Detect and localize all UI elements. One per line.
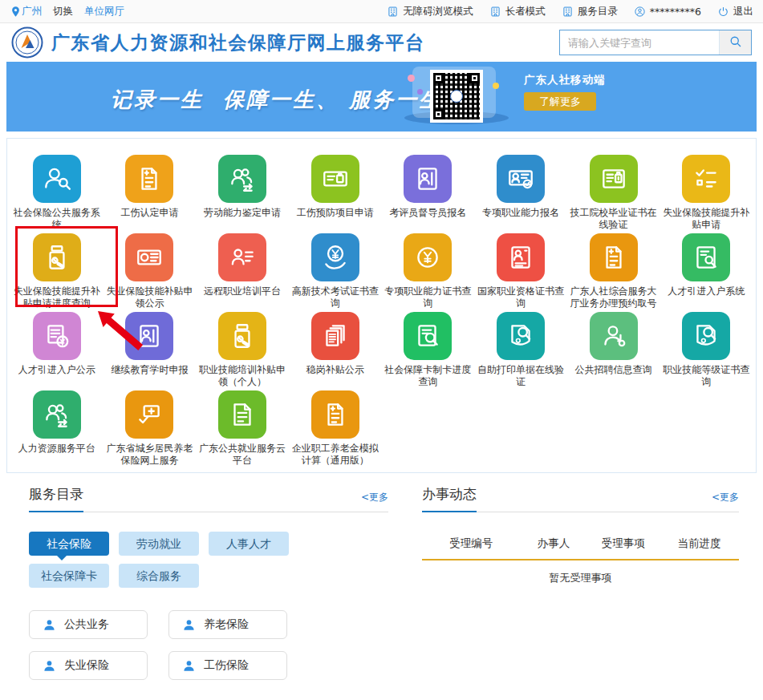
service-item[interactable]: 人才引进入户系统 bbox=[660, 233, 753, 312]
catalog-service-button-label: 公共业务 bbox=[64, 617, 109, 632]
service-item[interactable]: 广东公共就业服务云平台 bbox=[196, 390, 289, 469]
banner-slogan: 记录一生 保障一生、 服务一生 bbox=[111, 86, 442, 114]
service-item[interactable]: 专项职业能力报名 bbox=[474, 155, 567, 233]
catalog-tab[interactable]: 劳动就业 bbox=[119, 532, 199, 556]
location-pin-icon bbox=[10, 6, 22, 18]
doc-search-at-icon bbox=[682, 312, 730, 360]
search-icon bbox=[729, 34, 743, 51]
service-item[interactable]: 工伤认定申请 bbox=[103, 155, 197, 233]
location-label[interactable]: 广州 bbox=[22, 5, 42, 18]
building-grid-icon bbox=[489, 6, 501, 18]
search-input[interactable] bbox=[560, 30, 719, 55]
service-item-label: 考评员督导员报名 bbox=[387, 207, 469, 219]
logout-link[interactable]: 退出 bbox=[717, 5, 753, 18]
person-magnifier-icon bbox=[33, 155, 81, 203]
elder-mode-link[interactable]: 长者模式 bbox=[489, 5, 546, 18]
switch-location-link[interactable]: 切换 bbox=[53, 5, 73, 18]
service-item-label: 失业保险技能提升补贴申请进度查询 bbox=[10, 285, 103, 310]
document-plus-icon bbox=[590, 233, 638, 281]
catalog-tab[interactable]: 人事人才 bbox=[209, 532, 289, 556]
service-item[interactable]: 专项职业能力证书查询 bbox=[382, 233, 475, 312]
service-item[interactable]: 职业技能培训补贴申领（个人） bbox=[196, 312, 289, 390]
catalog-service-button-label: 失业保险 bbox=[64, 658, 109, 673]
service-item[interactable]: 人才引进入户公示 bbox=[10, 312, 103, 390]
service-item-label: 远程职业培训平台 bbox=[201, 285, 283, 297]
service-item-label: 社会保险公共服务系统 bbox=[10, 207, 103, 231]
catalog-tab[interactable]: 社会保障卡 bbox=[29, 564, 109, 588]
service-directory-label: 服务目录 bbox=[578, 5, 618, 18]
service-item-label: 失业保险技能补贴申领公示 bbox=[103, 285, 197, 310]
service-item-label: 人力资源服务平台 bbox=[16, 443, 98, 455]
banner-decor-dot bbox=[493, 83, 499, 89]
catalog-more-link[interactable]: <更多 bbox=[361, 491, 388, 512]
service-item-label: 高新技术考试证书查询 bbox=[289, 285, 382, 310]
masked-username: *********6 bbox=[650, 6, 701, 18]
service-item-label: 稳岗补贴公示 bbox=[304, 364, 367, 376]
progress-column-header: 受理事项 bbox=[586, 536, 660, 551]
mobile-platform-label: 广东人社移动端 bbox=[524, 73, 606, 87]
service-item[interactable]: 工伤预防项目申请 bbox=[289, 155, 382, 233]
service-item[interactable]: 远程职业培训平台 bbox=[196, 233, 289, 312]
service-item[interactable]: 技工院校毕业证书在线验证 bbox=[567, 155, 660, 233]
service-item[interactable]: 广东省城乡居民养老保险网上服务 bbox=[103, 390, 197, 469]
progress-column-header: 受理编号 bbox=[422, 536, 520, 551]
checklist-icon bbox=[682, 155, 730, 203]
user-circle-icon bbox=[634, 6, 646, 18]
service-item-label: 人才引进入户系统 bbox=[665, 285, 747, 297]
progress-more-link[interactable]: <更多 bbox=[712, 491, 739, 512]
catalog-service-button[interactable]: 公共业务 bbox=[29, 610, 148, 639]
unit-hall-link[interactable]: 单位网厅 bbox=[84, 5, 124, 18]
progress-title: 办事动态 bbox=[422, 485, 477, 512]
service-item[interactable]: 稳岗补贴公示 bbox=[289, 312, 382, 390]
service-item[interactable]: 考评员督导员报名 bbox=[382, 155, 475, 233]
catalog-tabs: 社会保险劳动就业人事人才社会保障卡综合服务 bbox=[29, 532, 311, 588]
service-item[interactable]: 高新技术考试证书查询 bbox=[289, 233, 382, 312]
learn-more-button[interactable]: 了解更多 bbox=[524, 92, 596, 111]
banner-decor-dot bbox=[408, 75, 415, 82]
service-item-label: 国家职业资格证书查询 bbox=[474, 285, 567, 310]
service-item-label: 自助打印单据在线验证 bbox=[474, 364, 567, 388]
service-item[interactable]: 职业技能等级证书查询 bbox=[660, 312, 753, 390]
service-item-label: 失业保险技能提升补贴申请 bbox=[660, 207, 753, 231]
service-item[interactable]: 企业职工养老金模拟计算（通用版） bbox=[289, 390, 382, 469]
catalog-service-button[interactable]: 工伤保险 bbox=[168, 651, 287, 680]
service-catalog-title: 服务目录 bbox=[29, 485, 83, 512]
service-item-label: 广东公共就业服务云平台 bbox=[196, 443, 289, 467]
catalog-service-button-label: 养老保险 bbox=[204, 617, 249, 632]
doc-search-at-icon bbox=[497, 312, 545, 360]
catalog-service-button[interactable]: 养老保险 bbox=[168, 610, 287, 639]
service-item[interactable]: 自助打印单据在线验证 bbox=[474, 312, 567, 390]
logout-label: 退出 bbox=[733, 5, 753, 18]
promo-banner: 记录一生 保障一生、 服务一生 广东人社移动端 了解更多 bbox=[6, 62, 757, 132]
service-item[interactable]: 失业保险技能提升补贴申请 bbox=[660, 155, 753, 233]
keyword-search bbox=[559, 30, 752, 55]
document-icon bbox=[218, 390, 266, 439]
service-item[interactable]: 失业保险技能补贴申领公示 bbox=[103, 233, 197, 312]
mobile-app-qr-code bbox=[430, 70, 483, 123]
service-item[interactable]: 公共招聘信息查询 bbox=[567, 312, 660, 390]
service-item-label: 广东省城乡居民养老保险网上服务 bbox=[103, 443, 197, 467]
service-item[interactable]: 继续教育学时申报 bbox=[103, 312, 197, 390]
people-arrows-icon bbox=[218, 155, 266, 203]
service-item[interactable]: 国家职业资格证书查询 bbox=[474, 233, 567, 312]
catalog-tab[interactable]: 社会保险 bbox=[29, 532, 109, 556]
service-directory-link[interactable]: 服务目录 bbox=[562, 5, 618, 18]
service-item[interactable]: 社会保险公共服务系统 bbox=[10, 155, 103, 233]
service-item[interactable]: 社会保障卡制卡进度查询 bbox=[382, 312, 475, 390]
user-account[interactable]: *********6 bbox=[634, 6, 701, 18]
service-item-label: 专项职业能力报名 bbox=[480, 207, 562, 219]
service-item[interactable]: 人力资源服务平台 bbox=[10, 390, 103, 469]
people-arrows-icon bbox=[33, 390, 81, 439]
person-doc-icon bbox=[125, 312, 173, 360]
service-item[interactable]: 失业保险技能提升补贴申请进度查询 bbox=[10, 233, 103, 312]
search-button[interactable] bbox=[719, 30, 751, 55]
catalog-tab[interactable]: 综合服务 bbox=[119, 564, 199, 588]
elder-mode-label: 长者模式 bbox=[505, 5, 546, 18]
service-item[interactable]: 广东人社综合服务大厅业务办理预约取号 bbox=[567, 233, 660, 312]
pill-bottle-icon bbox=[218, 312, 266, 360]
catalog-service-button[interactable]: 失业保险 bbox=[29, 651, 148, 680]
document-plus-icon bbox=[125, 155, 173, 203]
gold-divider bbox=[422, 559, 739, 560]
accessibility-mode-link[interactable]: 无障碍浏览模式 bbox=[387, 5, 473, 18]
service-item[interactable]: 劳动能力鉴定申请 bbox=[196, 155, 289, 233]
